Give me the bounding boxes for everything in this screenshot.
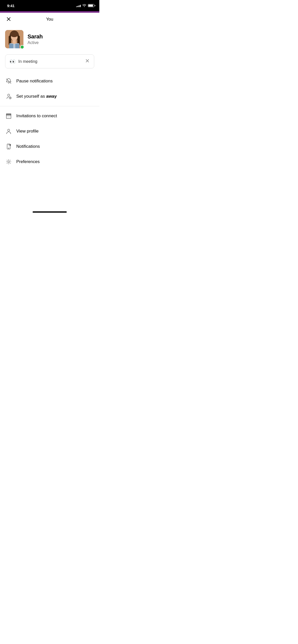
- menu-section-1: Pause notifications Set yourself as away: [0, 72, 99, 105]
- svg-rect-11: [15, 44, 19, 48]
- home-indicator: [33, 211, 67, 213]
- invitations-icon: [5, 112, 12, 120]
- pause-notifications-icon: [5, 78, 12, 85]
- status-clear-button[interactable]: [85, 58, 90, 65]
- svg-point-15: [8, 94, 10, 96]
- svg-rect-9: [13, 40, 16, 44]
- status-bar: 9:41: [0, 0, 99, 11]
- status-icons: [76, 3, 94, 8]
- menu-section-2: Invitations to connect View profile Noti…: [0, 107, 99, 170]
- svg-point-28: [9, 144, 11, 146]
- notifications-label: Notifications: [16, 144, 40, 149]
- signal-icon: [76, 4, 81, 7]
- status-message-box[interactable]: 👀 In meeting: [5, 54, 94, 68]
- pause-notifications-label: Pause notifications: [16, 79, 53, 84]
- header: You: [0, 13, 99, 26]
- svg-point-7: [10, 31, 18, 37]
- preferences-icon: [5, 158, 12, 165]
- profile-section: Sarah Active: [0, 26, 99, 53]
- profile-info: Sarah Active: [28, 33, 43, 45]
- svg-point-25: [8, 129, 10, 131]
- svg-point-27: [8, 148, 9, 149]
- status-emoji: 👀: [9, 59, 16, 64]
- view-profile-icon: [5, 128, 12, 135]
- avatar-container: [5, 30, 23, 48]
- set-away-icon: [5, 93, 12, 100]
- set-away-item[interactable]: Set yourself as away: [0, 89, 99, 104]
- profile-name: Sarah: [28, 33, 43, 40]
- status-message-content: 👀 In meeting: [9, 59, 37, 64]
- status-time: 9:41: [7, 4, 15, 8]
- battery-icon: [88, 4, 94, 7]
- svg-point-29: [8, 161, 10, 163]
- notifications-icon: [5, 143, 12, 150]
- header-title: You: [46, 17, 53, 22]
- profile-status-text: Active: [28, 40, 43, 45]
- invitations-label: Invitations to connect: [16, 113, 57, 119]
- preferences-item[interactable]: Preferences: [0, 154, 99, 169]
- close-button[interactable]: [5, 16, 12, 23]
- view-profile-item[interactable]: View profile: [0, 124, 99, 139]
- set-away-label: Set yourself as away: [16, 94, 57, 99]
- status-message-text: In meeting: [18, 59, 37, 64]
- view-profile-label: View profile: [16, 129, 39, 134]
- preferences-label: Preferences: [16, 159, 40, 164]
- wifi-icon: [82, 3, 86, 8]
- pause-notifications-item[interactable]: Pause notifications: [0, 74, 99, 89]
- menu-section-divider: [0, 106, 99, 106]
- svg-rect-10: [9, 44, 13, 48]
- invitations-item[interactable]: Invitations to connect: [0, 108, 99, 124]
- status-dot: [20, 45, 24, 49]
- notifications-item[interactable]: Notifications: [0, 139, 99, 154]
